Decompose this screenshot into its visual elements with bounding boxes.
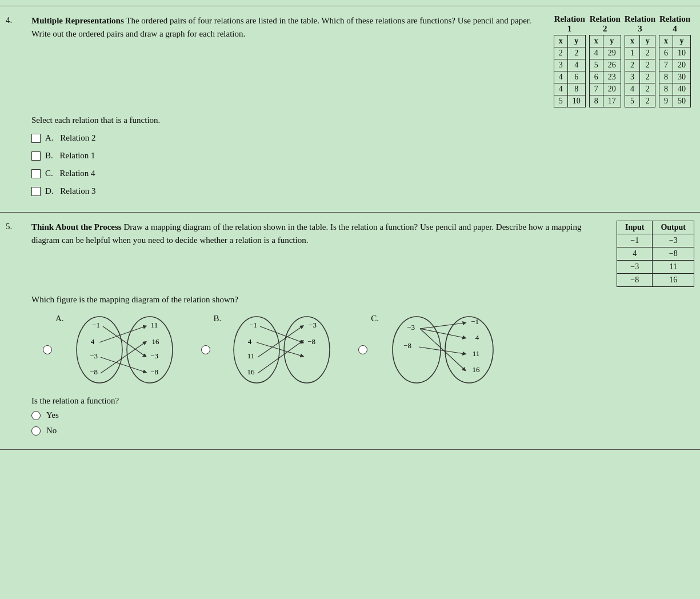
svg-text:16: 16	[151, 337, 159, 346]
q4-checkbox-d[interactable]	[31, 187, 41, 196]
table-row: 623	[589, 71, 621, 83]
svg-line-37	[419, 347, 465, 354]
relations-tables: Relation 1 x y 22 34 46 48 51	[554, 14, 694, 107]
svg-text:−8: −8	[307, 337, 315, 346]
yes-no-options: Yes No	[31, 410, 694, 436]
relation-1-table: Relation 1 x y 22 34 46 48 51	[554, 14, 586, 107]
question-5-content: Think About the Process Draw a mapping d…	[31, 221, 694, 441]
page: 4. Multiple Representations The ordered …	[0, 0, 700, 456]
relation-2-table: Relation 2 x y 429 526 623 720	[589, 14, 621, 107]
svg-text:−1: −1	[92, 321, 100, 329]
table-row: 950	[659, 95, 691, 107]
mapping-diagram-a: −1 4 −3 −8 11 16 −3 −8	[70, 313, 178, 387]
table-row: 840	[659, 83, 691, 95]
question-4-number: 4.	[0, 14, 31, 204]
q4-option-b-text: Relation 1	[60, 151, 95, 161]
r1-header-x: x	[554, 35, 567, 47]
mapping-diagram-c: −3 −8 −1 4 11 16	[385, 313, 499, 387]
q4-checkbox-a[interactable]	[31, 134, 41, 143]
diagram-option-a: A. −1 4 −3 −8 11 16 −3	[43, 313, 178, 387]
svg-text:4: 4	[90, 337, 94, 346]
no-label: No	[46, 426, 57, 436]
svg-point-27	[445, 317, 493, 383]
table-row: 4−8	[617, 247, 694, 261]
svg-text:11: 11	[150, 321, 158, 329]
diagram-b-label: B.	[214, 314, 222, 324]
svg-line-24	[258, 326, 302, 357]
r2-header-y: y	[603, 35, 621, 47]
svg-line-10	[103, 326, 145, 356]
table-row: 46	[554, 71, 585, 83]
radio-a[interactable]	[43, 345, 52, 354]
q4-option-a-text: Relation 2	[60, 133, 95, 143]
question-5-block: 5. Think About the Process Draw a mappin…	[0, 213, 700, 450]
svg-text:16: 16	[473, 365, 481, 374]
q4-option-c: C. Relation 4	[31, 169, 694, 178]
table-row: −311	[617, 261, 694, 274]
radio-no[interactable]	[31, 426, 41, 436]
table-row: 48	[554, 83, 585, 95]
diagram-option-b: B. −1 4 11 16 −3 −8	[201, 313, 336, 387]
q4-option-c-letter: C.	[45, 169, 55, 178]
svg-line-34	[420, 323, 465, 329]
svg-line-22	[260, 326, 302, 342]
question-4-text: Multiple Representations The ordered pai…	[31, 14, 542, 40]
svg-text:−8: −8	[150, 368, 158, 376]
svg-text:−1: −1	[471, 317, 479, 326]
q4-option-b-letter: B.	[45, 151, 55, 161]
r4-header-x: x	[659, 35, 673, 47]
io-header-output: Output	[653, 221, 694, 234]
svg-line-36	[420, 329, 465, 370]
table-row: 429	[589, 47, 621, 59]
table-row: 22	[554, 47, 585, 59]
svg-text:4: 4	[475, 333, 479, 342]
relation-1-label: Relation 1	[554, 14, 586, 34]
question-4-title: Multiple Representations	[31, 16, 124, 25]
svg-point-1	[127, 317, 173, 383]
q4-option-d-letter: D.	[45, 186, 55, 196]
radio-yes[interactable]	[31, 411, 41, 420]
svg-line-13	[101, 342, 145, 373]
question-5-number: 5.	[0, 221, 31, 441]
question-4-block: 4. Multiple Representations The ordered …	[0, 6, 700, 213]
table-row: 34	[554, 59, 585, 71]
q4-option-d: D. Relation 3	[31, 186, 694, 196]
r4-header-y: y	[673, 35, 691, 47]
table-row: 526	[589, 59, 621, 71]
table-row: 720	[589, 83, 621, 95]
table-row: 42	[625, 83, 655, 95]
svg-text:−1: −1	[249, 321, 257, 329]
table-row: −816	[617, 274, 694, 287]
q4-option-a-letter: A.	[45, 133, 55, 143]
svg-text:4: 4	[248, 337, 252, 346]
svg-text:−3: −3	[90, 352, 98, 360]
input-output-table: Input Output −1−3 4−8 −311 −816	[617, 221, 694, 287]
radio-b[interactable]	[201, 345, 210, 354]
table-row: 52	[625, 95, 655, 107]
table-row: 817	[589, 95, 621, 107]
q4-checkbox-c[interactable]	[31, 169, 41, 178]
no-option: No	[31, 426, 694, 436]
diagram-option-c: C. −3 −8 −1 4 11 16	[358, 313, 499, 387]
r3-header-y: y	[640, 35, 655, 47]
q4-answer-options: A. Relation 2 B. Relation 1 C. Relation …	[31, 133, 694, 196]
table-row: 830	[659, 71, 691, 83]
r1-header-y: y	[567, 35, 585, 47]
mapping-question: Which figure is the mapping diagram of t…	[31, 295, 694, 305]
question-5-title: Think About the Process	[31, 222, 122, 231]
select-label: Select each relation that is a function.	[31, 115, 694, 125]
svg-text:−8: −8	[403, 341, 411, 350]
radio-c[interactable]	[358, 345, 367, 354]
table-row: 22	[625, 59, 655, 71]
table-row: 720	[659, 59, 691, 71]
function-question: Is the relation a function?	[31, 396, 694, 406]
q4-checkbox-b[interactable]	[31, 151, 41, 161]
svg-text:−3: −3	[407, 323, 415, 332]
relation-2-label: Relation 2	[589, 14, 621, 34]
svg-text:11: 11	[247, 352, 255, 360]
relation-3-label: Relation 3	[625, 14, 655, 34]
diagram-a-label: A.	[55, 314, 64, 324]
relation-3-table: Relation 3 x y 12 22 32 42 52	[625, 14, 655, 107]
svg-text:16: 16	[247, 368, 255, 376]
yes-label: Yes	[46, 410, 59, 420]
